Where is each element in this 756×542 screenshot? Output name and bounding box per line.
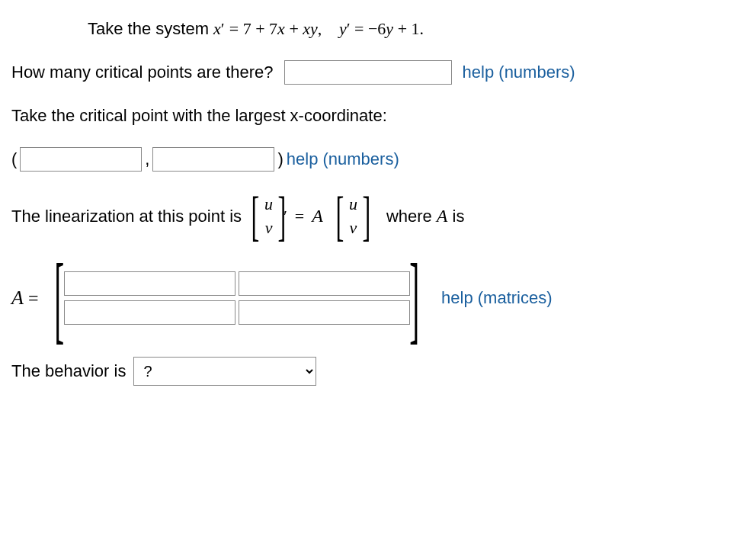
vector-uv-prime: [ u v ] ′: [246, 193, 287, 240]
largest-x-instruction: Take the critical point with the largest…: [11, 106, 745, 126]
behavior-question: The behavior is ?: [11, 357, 745, 386]
matrix-a12-input[interactable]: [239, 271, 410, 296]
coord-x-input[interactable]: [20, 147, 142, 172]
coord-y-input[interactable]: [152, 147, 274, 172]
where-text: where: [386, 207, 432, 226]
paren-open: (: [11, 149, 17, 169]
A-symbol-2: A: [437, 206, 448, 226]
matrix-A-symbol: A: [312, 206, 323, 226]
critical-point-coords: ( , ) help (numbers): [11, 147, 745, 172]
critical-points-question: How many critical points are there? help…: [11, 60, 745, 85]
critical-points-text: How many critical points are there?: [11, 63, 274, 82]
help-numbers-link-2[interactable]: help (numbers): [287, 149, 399, 169]
help-numbers-link-1[interactable]: help (numbers): [463, 63, 575, 82]
largest-x-text: Take the critical point with the largest…: [11, 106, 387, 125]
critical-points-input[interactable]: [284, 60, 452, 85]
A-equals: A: [11, 287, 24, 309]
behavior-select[interactable]: ?: [133, 357, 316, 386]
matrix-a22-input[interactable]: [239, 300, 410, 325]
matrix-a11-input[interactable]: [64, 271, 235, 296]
vector-uv: [ u v ]: [331, 193, 376, 240]
system-prefix: Take the system: [88, 19, 213, 38]
system-eq: x: [213, 19, 221, 38]
equals-sign: =: [295, 207, 304, 226]
matrix-input-block: [ ]: [43, 261, 431, 336]
behavior-text: The behavior is: [11, 361, 126, 381]
paren-close: ): [277, 149, 283, 169]
problem-statement: Take the system x′ = 7 + 7x + xy, y′ = −…: [88, 19, 745, 39]
help-matrices-link[interactable]: help (matrices): [441, 288, 552, 308]
matrix-a21-input[interactable]: [64, 300, 235, 325]
coord-comma: ,: [145, 149, 149, 169]
is-text: is: [453, 207, 465, 226]
linearization-prefix: The linearization at this point is: [11, 207, 242, 226]
matrix-A-definition: A = [ ] help (matrices): [11, 261, 745, 336]
linearization-statement: The linearization at this point is [ u v…: [11, 193, 745, 240]
